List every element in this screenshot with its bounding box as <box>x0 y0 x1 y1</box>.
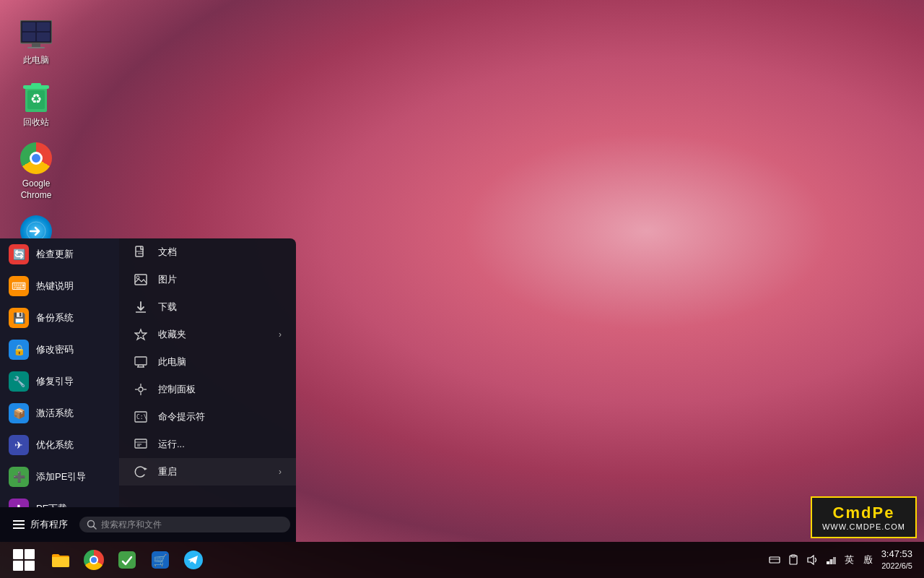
my-computer-icon-image <box>19 17 53 52</box>
downloads-label: 下载 <box>158 301 177 314</box>
svg-line-37 <box>94 527 97 530</box>
tray-network-icon[interactable] <box>824 553 838 567</box>
svg-marker-46 <box>808 556 814 564</box>
svg-text:🛒: 🛒 <box>153 553 167 567</box>
optimize-icon: ✈ <box>9 435 29 455</box>
documents-label: 文档 <box>158 246 177 259</box>
svg-point-18 <box>136 276 139 279</box>
svg-text:C:\>: C:\> <box>136 414 147 420</box>
desktop-icon-recycle-bin[interactable]: ♻ 回收站 <box>7 77 65 131</box>
downloads-icon <box>134 300 148 314</box>
folder-icon <box>51 550 71 570</box>
password-icon: 🔒 <box>9 340 29 360</box>
all-programs-button[interactable]: 所有程序 <box>7 515 74 534</box>
check-update-label: 检查更新 <box>36 248 74 261</box>
taskbar-green-app[interactable] <box>111 544 143 576</box>
start-right-downloads[interactable]: 下载 <box>119 293 296 321</box>
svg-rect-6 <box>32 43 40 47</box>
taskbar-chrome[interactable] <box>78 544 110 576</box>
start-right-this-pc[interactable]: 此电脑 <box>119 348 296 376</box>
pe-download-icon: ⬇ <box>9 499 29 507</box>
this-pc-label: 此电脑 <box>158 355 186 368</box>
taskbar-items: 🛒 <box>42 544 762 576</box>
svg-point-24 <box>139 387 143 392</box>
tray-input-method-icon[interactable]: 英 <box>842 553 857 567</box>
svg-rect-7 <box>27 47 45 48</box>
documents-icon <box>134 245 148 259</box>
restart-arrow: › <box>279 467 282 477</box>
svg-rect-3 <box>37 22 50 31</box>
svg-rect-4 <box>22 33 35 41</box>
repair-label: 修复引导 <box>36 375 74 388</box>
start-right-control-panel[interactable]: 控制面板 <box>119 376 296 403</box>
start-app-check-update[interactable]: 🔄 检查更新 <box>0 238 119 270</box>
tray-volume-icon[interactable] <box>805 553 819 567</box>
taskbar-store[interactable]: 🛒 <box>144 544 176 576</box>
taskbar-telegram[interactable] <box>178 544 209 576</box>
desktop: 此电脑 ♻ 回收站 <box>0 0 924 578</box>
tray-clipboard-icon[interactable] <box>786 553 801 567</box>
svg-text:♻: ♻ <box>30 92 42 106</box>
restart-icon <box>134 465 148 479</box>
control-panel-icon <box>134 382 148 397</box>
favorites-label: 收藏夹 <box>158 328 186 341</box>
run-icon <box>134 437 148 452</box>
taskbar: 🛒 <box>0 542 924 578</box>
taskbar-start-button[interactable] <box>6 542 42 578</box>
desktop-icon-my-computer[interactable]: 此电脑 <box>7 14 65 69</box>
svg-rect-5 <box>37 33 50 41</box>
tray-notification-icon[interactable] <box>767 553 782 567</box>
add-pe-icon: ➕ <box>9 467 29 487</box>
start-app-password[interactable]: 🔒 修改密码 <box>0 334 119 366</box>
start-right-favorites[interactable]: 收藏夹 › <box>119 321 296 348</box>
start-app-optimize[interactable]: ✈ 优化系统 <box>0 429 119 461</box>
system-clock[interactable]: 3:47:53 2022/6/5 <box>881 548 912 572</box>
favorites-item-left: 收藏夹 <box>134 327 186 342</box>
svg-rect-42 <box>770 557 780 563</box>
taskbar-file-explorer[interactable] <box>45 544 77 576</box>
password-label: 修改密码 <box>36 343 74 356</box>
cmd-icon: C:\> <box>134 410 148 424</box>
start-app-backup[interactable]: 💾 备份系统 <box>0 302 119 334</box>
start-right-documents[interactable]: 文档 <box>119 238 296 266</box>
start-menu-footer: 所有程序 <box>0 507 296 542</box>
favorites-icon <box>134 327 148 342</box>
cmdpe-main-text: CmdPe <box>833 504 895 522</box>
activate-label: 激活系统 <box>36 407 74 420</box>
pictures-label: 图片 <box>158 273 177 286</box>
search-input[interactable] <box>101 519 283 530</box>
cmdpe-logo: CmdPe WWW.CMDPE.COM <box>811 496 917 538</box>
optimize-label: 优化系统 <box>36 439 74 452</box>
start-button-icon <box>13 549 35 571</box>
start-right-run[interactable]: 运行... <box>119 431 296 458</box>
tray-icons: 英 廒 <box>767 553 876 567</box>
start-right-pictures[interactable]: 图片 <box>119 266 296 293</box>
pictures-icon <box>134 272 148 287</box>
start-app-repair[interactable]: 🔧 修复引导 <box>0 366 119 397</box>
hotkey-icon: ⌨ <box>9 276 29 296</box>
search-bar[interactable] <box>79 517 290 532</box>
add-pe-label: 添加PE引导 <box>36 470 86 483</box>
start-right-restart[interactable]: 重启 › <box>119 458 296 486</box>
start-app-pe-download[interactable]: ⬇ PE下载 <box>0 493 119 507</box>
tray-chinese-icon[interactable]: 廒 <box>861 553 876 567</box>
clock-time: 3:47:53 <box>881 548 912 561</box>
store-icon: 🛒 <box>150 550 170 570</box>
start-right-cmd[interactable]: C:\> 命令提示符 <box>119 403 296 431</box>
backup-icon: 💾 <box>9 308 29 328</box>
start-app-add-pe[interactable]: ➕ 添加PE引导 <box>0 461 119 493</box>
activate-icon: 📦 <box>9 403 29 423</box>
start-app-activate[interactable]: 📦 激活系统 <box>0 397 119 429</box>
hotkey-label: 热键说明 <box>36 280 74 293</box>
this-pc-icon <box>134 355 148 369</box>
svg-marker-35 <box>144 467 147 470</box>
start-menu-right-panel: 文档 图片 下载 <box>119 238 296 507</box>
restart-label: 重启 <box>158 465 177 478</box>
start-menu-left-panel: 🔄 检查更新 ⌨ 热键说明 💾 备份系统 <box>0 238 119 507</box>
start-app-hotkey[interactable]: ⌨ 热键说明 <box>0 270 119 302</box>
search-icon <box>87 519 97 530</box>
pe-download-label: PE下载 <box>36 502 67 507</box>
system-tray: 英 廒 3:47:53 2022/6/5 <box>762 548 918 572</box>
desktop-icon-chrome[interactable]: Google Chrome <box>7 138 65 204</box>
svg-rect-38 <box>118 551 136 569</box>
